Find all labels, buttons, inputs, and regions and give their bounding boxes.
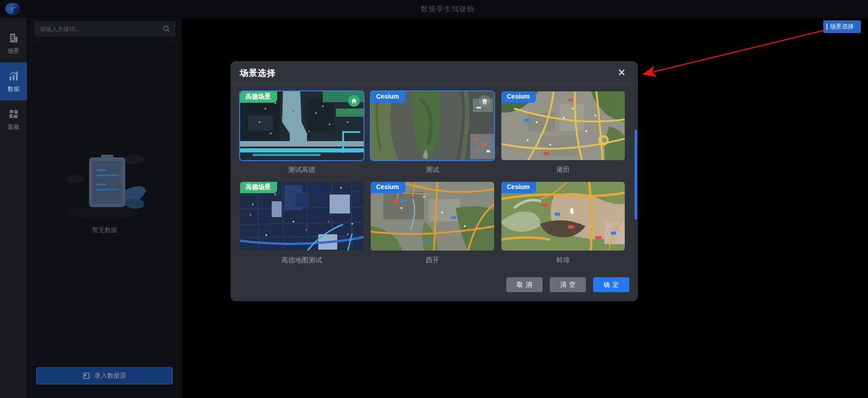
trigger-label: 场景选择 bbox=[830, 23, 854, 31]
empty-clipboard-illustration bbox=[57, 149, 152, 222]
scene-tag: Cesium bbox=[500, 181, 536, 193]
scene-tag: Cesium bbox=[500, 90, 536, 103]
home-badge-icon bbox=[348, 95, 360, 107]
dashboard-grid-icon bbox=[8, 108, 19, 120]
sidebar-item-label: 场景 bbox=[8, 47, 19, 55]
sidebar-item-data[interactable]: 数据 bbox=[0, 62, 27, 100]
sidebar-item-label: 面板 bbox=[8, 123, 19, 131]
top-header: 数据孪生驾驶舱 bbox=[0, 0, 868, 18]
confirm-button[interactable]: 确定 bbox=[593, 277, 629, 292]
scene-card-ceshigaode[interactable]: 高德场景 测试高德 bbox=[239, 90, 364, 177]
scene-tag: Cesium bbox=[370, 90, 406, 103]
sidebar-item-scene[interactable]: 场景 bbox=[0, 24, 27, 62]
scene-thumbnail: Cesium bbox=[500, 181, 626, 251]
trigger-caret bbox=[826, 24, 827, 30]
scene-thumbnail: Cesium bbox=[370, 181, 495, 251]
scene-thumbnail: Cesium bbox=[500, 90, 626, 161]
modal-title: 场景选择 bbox=[240, 67, 276, 79]
scene-card-label: 蚌埠 bbox=[500, 256, 626, 267]
page-title: 数据孪生驾驶舱 bbox=[27, 0, 868, 18]
scene-thumbnail: 高德场景 bbox=[239, 181, 364, 251]
scene-tag: Cesium bbox=[370, 181, 406, 193]
search-box[interactable] bbox=[34, 21, 175, 37]
sidebar-item-label: 数据 bbox=[8, 85, 19, 93]
empty-state-text: 暂无数据 bbox=[28, 226, 182, 234]
scene-card-label: 西开 bbox=[370, 256, 495, 267]
cancel-button[interactable]: 取消 bbox=[506, 277, 542, 292]
scene-card-label: 高德地图测试 bbox=[239, 256, 364, 267]
panel-divider bbox=[28, 41, 182, 42]
app-logo-icon bbox=[4, 1, 22, 17]
scene-icon bbox=[8, 32, 19, 44]
search-input[interactable] bbox=[40, 26, 163, 33]
import-icon bbox=[83, 372, 90, 379]
scene-select-modal: 场景选择 ✕ bbox=[231, 61, 638, 301]
modal-footer: 取消 清空 确定 bbox=[506, 277, 629, 292]
sidebar-item-panel[interactable]: 面板 bbox=[0, 100, 27, 138]
scene-card-putian[interactable]: Cesium 莆田 bbox=[500, 90, 626, 177]
empty-state: 暂无数据 bbox=[28, 149, 182, 234]
scene-select-trigger-button[interactable]: 场景选择 bbox=[823, 20, 861, 33]
scene-thumbnail: Cesium bbox=[370, 90, 495, 161]
scene-card-ceshi[interactable]: Cesium 测试 bbox=[370, 90, 495, 177]
scene-card-label: 测试 bbox=[370, 166, 495, 177]
modal-header: 场景选择 ✕ bbox=[231, 61, 638, 85]
home-badge-icon bbox=[479, 95, 491, 107]
scene-thumbnail: 高德场景 bbox=[239, 90, 364, 161]
import-button-label: 录入数据源 bbox=[94, 372, 126, 380]
nav-rail: 场景 数据 面板 bbox=[0, 18, 27, 398]
data-chart-icon bbox=[8, 70, 19, 82]
scene-card-grid: 高德场景 测试高德 bbox=[239, 90, 626, 271]
scene-card-bengbu[interactable]: Cesium 蚌埠 bbox=[500, 181, 626, 267]
scene-card-gaodemap-test[interactable]: 高德场景 高德地图测试 bbox=[239, 181, 364, 267]
scene-card-xikai[interactable]: Cesium 西开 bbox=[370, 181, 495, 267]
clear-button[interactable]: 清空 bbox=[550, 277, 586, 292]
search-icon[interactable] bbox=[163, 25, 170, 33]
scene-card-label: 莆田 bbox=[500, 166, 626, 177]
import-datasource-button[interactable]: 录入数据源 bbox=[36, 367, 173, 384]
scene-tag: 高德场景 bbox=[239, 90, 277, 103]
close-icon[interactable]: ✕ bbox=[615, 66, 628, 79]
data-panel: 暂无数据 录入数据源 bbox=[28, 18, 182, 398]
scene-card-label: 测试高德 bbox=[239, 166, 364, 177]
scene-tag: 高德场景 bbox=[239, 181, 277, 193]
modal-scrollbar-thumb[interactable] bbox=[635, 130, 637, 219]
